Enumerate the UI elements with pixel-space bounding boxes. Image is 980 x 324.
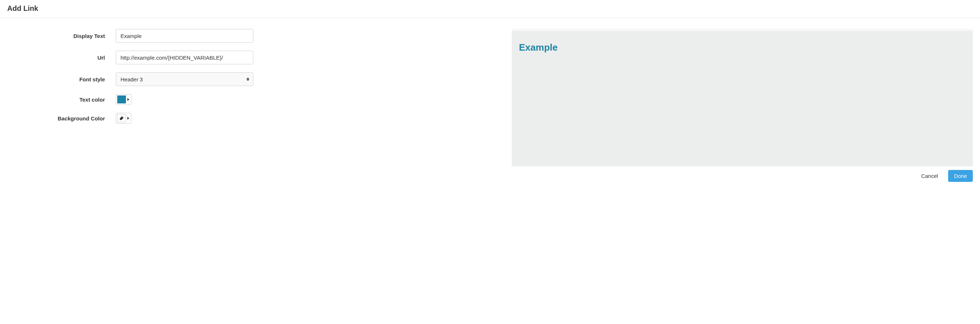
done-button[interactable]: Done [948, 170, 973, 182]
form-column: Display Text Url Font style Header 3 [0, 29, 490, 166]
label-background-color: Background Color [7, 115, 116, 122]
row-url: Url [7, 51, 490, 64]
dialog-header: Add Link [0, 0, 980, 18]
preview-column: Example [512, 29, 980, 166]
display-text-input[interactable] [116, 29, 253, 43]
label-display-text: Display Text [7, 33, 116, 39]
label-font-style: Font style [7, 76, 116, 83]
row-text-color: Text color [7, 94, 490, 105]
font-style-select[interactable]: Header 3 [116, 72, 253, 86]
text-color-swatch [117, 95, 126, 103]
brush-icon [117, 114, 126, 122]
font-style-value: Header 3 [121, 76, 143, 83]
row-font-style: Font style Header 3 [7, 72, 490, 86]
row-background-color: Background Color [7, 113, 490, 124]
select-caret-icon [247, 78, 249, 81]
preview-link-text: Example [519, 42, 966, 53]
row-display-text: Display Text [7, 29, 490, 43]
dialog-body: Display Text Url Font style Header 3 [0, 18, 980, 166]
cancel-button[interactable]: Cancel [919, 173, 940, 179]
preview-box: Example [512, 29, 973, 166]
caret-right-icon [127, 117, 129, 120]
label-text-color: Text color [7, 97, 116, 103]
label-url: Url [7, 55, 116, 61]
background-color-picker[interactable] [116, 113, 131, 124]
text-color-picker[interactable] [116, 94, 131, 105]
url-input[interactable] [116, 51, 253, 64]
dialog-title: Add Link [7, 4, 973, 13]
caret-right-icon [127, 98, 129, 101]
dialog-footer: Cancel Done [0, 166, 980, 189]
